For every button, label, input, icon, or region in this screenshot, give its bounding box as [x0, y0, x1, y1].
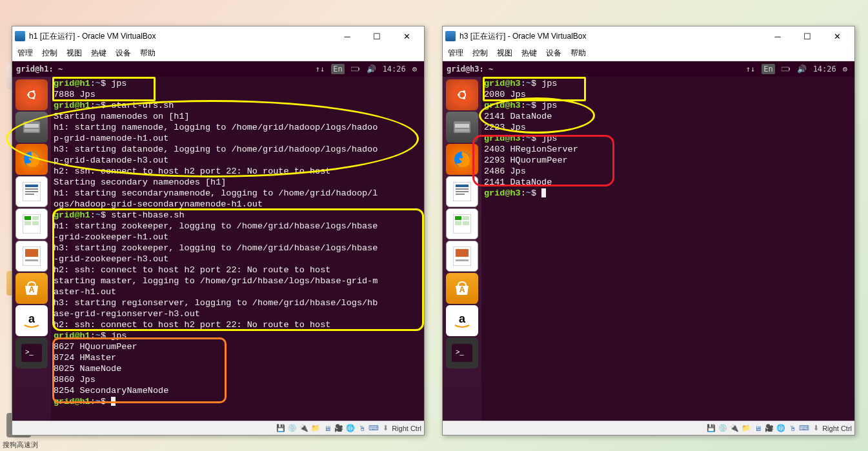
status-key-icon[interactable]: ⌨ — [799, 423, 809, 434]
maximize-button[interactable]: ☐ — [792, 27, 822, 45]
gear-icon[interactable]: ⚙ — [412, 65, 417, 74]
calc-button[interactable] — [15, 208, 48, 239]
volume-icon[interactable]: 🔊 — [367, 65, 376, 74]
vm-content-h1: grid@h1: ~ ↑↓ En 🔊 14:26 ⚙ A a >_ grid@h… — [12, 61, 424, 421]
terminal-button[interactable]: >_ — [446, 337, 478, 368]
lang-indicator[interactable]: En — [331, 64, 344, 74]
clock[interactable]: 14:26 — [813, 65, 836, 74]
menu-hotkeys[interactable]: 热键 — [521, 48, 537, 59]
gear-icon[interactable]: ⚙ — [843, 65, 847, 74]
menu-manage[interactable]: 管理 — [448, 48, 463, 59]
svg-rect-0 — [351, 67, 359, 71]
status-arrow-icon[interactable]: ⬇ — [811, 423, 821, 434]
status-display-icon[interactable]: 🖥 — [752, 423, 763, 434]
svg-rect-23 — [25, 259, 38, 261]
vbox-icon — [445, 31, 456, 41]
svg-rect-51 — [456, 249, 469, 257]
menu-devices[interactable]: 设备 — [546, 48, 561, 59]
vm-statusbar-h3: 💾 💿 🔌 📁 🖥 🎥 🌐 🖱 ⌨ ⬇ Right Ctrl — [443, 421, 854, 435]
menu-control[interactable]: 控制 — [472, 48, 488, 59]
minimize-button[interactable]: ─ — [332, 27, 362, 45]
status-shared-icon[interactable]: 📁 — [310, 423, 321, 434]
status-usb-icon[interactable]: 🔌 — [299, 423, 309, 434]
svg-rect-15 — [25, 194, 34, 195]
terminal-h1[interactable]: grid@h1:~$ jps 7888 Jps grid@h1:~$ start… — [51, 77, 424, 421]
menu-manage[interactable]: 管理 — [17, 48, 33, 59]
network-icon[interactable]: ↑↓ — [746, 65, 755, 74]
files-button[interactable] — [15, 112, 48, 143]
close-button[interactable]: ✕ — [392, 27, 421, 45]
amazon-button[interactable]: a — [15, 305, 48, 336]
svg-text:>_: >_ — [25, 348, 34, 356]
maximize-button[interactable]: ☐ — [362, 27, 392, 45]
svg-rect-9 — [25, 129, 39, 132]
status-mouse-icon[interactable]: 🖱 — [357, 423, 367, 434]
status-cd-icon[interactable]: 💿 — [287, 423, 298, 434]
status-disk-icon[interactable]: 💾 — [276, 423, 286, 434]
svg-rect-44 — [456, 194, 465, 195]
status-disk-icon[interactable]: 💾 — [706, 423, 716, 434]
lang-indicator[interactable]: En — [762, 64, 774, 74]
terminal-button[interactable]: >_ — [15, 337, 48, 368]
files-button[interactable] — [446, 112, 478, 143]
volume-icon[interactable]: 🔊 — [797, 65, 807, 74]
impress-button[interactable] — [15, 241, 48, 272]
ubuntu-topbar-h1[interactable]: grid@h1: ~ ↑↓ En 🔊 14:26 ⚙ — [12, 61, 424, 77]
status-mouse-icon[interactable]: 🖱 — [787, 423, 798, 434]
menu-control[interactable]: 控制 — [42, 48, 57, 59]
host-taskbar-app[interactable]: 搜狗高速浏 — [3, 440, 38, 450]
window-title: h3 [正在运行] - Oracle VM VirtualBox — [459, 31, 763, 42]
menu-devices[interactable]: 设备 — [116, 48, 131, 59]
svg-rect-47 — [463, 216, 469, 220]
battery-icon[interactable] — [782, 65, 791, 74]
terminal-h3[interactable]: grid@h3:~$ jps 2080 Jps grid@h3:~$ jps 2… — [481, 77, 854, 421]
titlebar-h1[interactable]: h1 [正在运行] - Oracle VM VirtualBox ─ ☐ ✕ — [12, 26, 424, 46]
svg-point-31 — [454, 87, 470, 103]
status-shared-icon[interactable]: 📁 — [741, 423, 751, 434]
status-record-icon[interactable]: 🎥 — [764, 423, 774, 434]
menu-view[interactable]: 视图 — [497, 48, 512, 59]
impress-button[interactable] — [446, 241, 478, 272]
svg-rect-13 — [25, 188, 38, 190]
window-title: h1 [正在运行] - Oracle VM VirtualBox — [29, 31, 332, 42]
battery-icon[interactable] — [351, 65, 360, 74]
firefox-button[interactable] — [15, 144, 48, 175]
status-record-icon[interactable]: 🎥 — [334, 423, 344, 434]
svg-rect-8 — [25, 124, 39, 128]
status-display-icon[interactable]: 🖥 — [322, 423, 332, 434]
svg-text:a: a — [459, 312, 466, 325]
svg-text:A: A — [459, 285, 465, 294]
vm-menubar-h3: 管理 控制 视图 热键 设备 帮助 — [443, 46, 854, 61]
writer-button[interactable] — [15, 176, 48, 207]
menu-help[interactable]: 帮助 — [140, 48, 156, 59]
clock[interactable]: 14:26 — [383, 65, 406, 74]
ubuntu-title: grid@h3: ~ — [447, 65, 743, 74]
host-key-label: Right Ctrl — [392, 425, 421, 432]
menu-view[interactable]: 视图 — [66, 48, 82, 59]
dash-button[interactable] — [15, 79, 48, 110]
status-key-icon[interactable]: ⌨ — [368, 423, 379, 434]
close-button[interactable]: ✕ — [822, 27, 852, 45]
unity-launcher-h1: A a >_ — [12, 77, 51, 421]
dash-button[interactable] — [446, 79, 478, 110]
status-network-icon[interactable]: 🌐 — [776, 423, 786, 434]
titlebar-h3[interactable]: h3 [正在运行] - Oracle VM VirtualBox ─ ☐ ✕ — [443, 26, 854, 46]
svg-rect-43 — [456, 191, 469, 192]
network-icon[interactable]: ↑↓ — [316, 65, 325, 74]
software-center-button[interactable]: A — [15, 273, 48, 304]
firefox-button[interactable] — [446, 144, 478, 175]
software-center-button[interactable]: A — [446, 273, 478, 304]
calc-button[interactable] — [446, 208, 478, 239]
svg-rect-22 — [25, 249, 38, 257]
status-network-icon[interactable]: 🌐 — [345, 423, 356, 434]
status-arrow-icon[interactable]: ⬇ — [380, 423, 390, 434]
status-cd-icon[interactable]: 💿 — [718, 423, 728, 434]
menu-hotkeys[interactable]: 热键 — [91, 48, 106, 59]
svg-text:a: a — [28, 312, 35, 325]
writer-button[interactable] — [446, 176, 478, 207]
menu-help[interactable]: 帮助 — [570, 48, 586, 59]
minimize-button[interactable]: ─ — [763, 27, 792, 45]
ubuntu-topbar-h3[interactable]: grid@h3: ~ ↑↓ En 🔊 14:26 ⚙ — [443, 61, 854, 77]
status-usb-icon[interactable]: 🔌 — [729, 423, 740, 434]
amazon-button[interactable]: a — [446, 305, 478, 336]
